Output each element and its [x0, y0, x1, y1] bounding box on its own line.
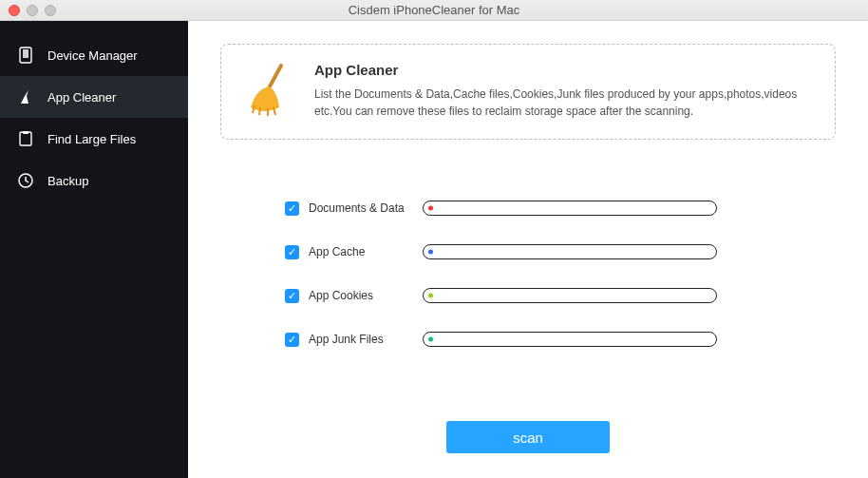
title-bar: Cisdem iPhoneCleaner for Mac	[0, 0, 868, 21]
category-row: ✓ Documents & Data	[285, 201, 836, 216]
info-description: List the Documents & Data,Cache files,Co…	[314, 86, 814, 120]
backup-icon	[17, 172, 34, 189]
progress-bar	[423, 288, 717, 303]
svg-rect-2	[20, 132, 31, 145]
broom-illustration	[242, 62, 295, 120]
progress-dot	[428, 294, 433, 298]
checkbox[interactable]: ✓	[285, 289, 299, 303]
sidebar-item-label: Find Large Files	[47, 132, 136, 146]
scan-button[interactable]: scan	[446, 421, 610, 453]
device-icon	[17, 47, 34, 64]
progress-dot	[428, 206, 433, 211]
progress-dot	[428, 337, 433, 342]
checkbox[interactable]: ✓	[285, 201, 299, 216]
svg-rect-1	[23, 49, 28, 58]
sidebar: Device Manager App Cleaner Find Large Fi…	[0, 21, 188, 478]
checkbox[interactable]: ✓	[285, 333, 299, 347]
info-title: App Cleaner	[314, 62, 814, 78]
category-row: ✓ App Cache	[285, 244, 836, 259]
progress-bar	[423, 332, 717, 347]
category-list: ✓ Documents & Data ✓ App Cache ✓ App Coo…	[220, 201, 836, 347]
category-label: App Junk Files	[309, 333, 423, 346]
sidebar-item-label: Backup	[47, 174, 88, 188]
info-box: App Cleaner List the Documents & Data,Ca…	[220, 44, 836, 140]
category-label: App Cache	[309, 245, 423, 258]
sidebar-item-label: Device Manager	[47, 48, 138, 63]
category-row: ✓ App Cookies	[285, 288, 836, 303]
body: Device Manager App Cleaner Find Large Fi…	[0, 21, 868, 478]
main-panel: App Cleaner List the Documents & Data,Ca…	[188, 21, 868, 478]
category-label: Documents & Data	[309, 201, 423, 215]
progress-bar	[423, 244, 717, 259]
sidebar-item-app-cleaner[interactable]: App Cleaner	[0, 76, 188, 118]
sidebar-item-device-manager[interactable]: Device Manager	[0, 34, 188, 76]
sidebar-item-backup[interactable]: Backup	[0, 160, 188, 201]
progress-dot	[428, 250, 433, 255]
broom-icon	[17, 88, 34, 105]
category-label: App Cookies	[309, 289, 423, 302]
sidebar-item-find-large-files[interactable]: Find Large Files	[0, 118, 188, 160]
app-window: Cisdem iPhoneCleaner for Mac Device Mana…	[0, 0, 868, 478]
progress-bar	[423, 201, 717, 216]
checkbox[interactable]: ✓	[285, 245, 299, 259]
clipboard-icon	[17, 130, 34, 147]
category-row: ✓ App Junk Files	[285, 332, 836, 347]
info-text: App Cleaner List the Documents & Data,Ca…	[314, 62, 814, 120]
sidebar-item-label: App Cleaner	[47, 90, 116, 105]
window-title: Cisdem iPhoneCleaner for Mac	[0, 3, 868, 17]
svg-rect-3	[23, 131, 28, 134]
